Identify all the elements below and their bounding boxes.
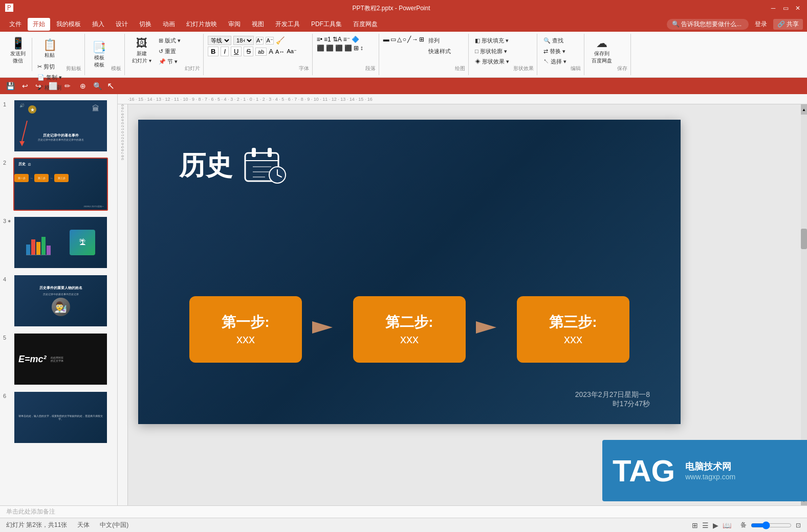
char-spacing-button[interactable]: A↔ (275, 49, 285, 55)
menu-view[interactable]: 视图 (247, 18, 269, 31)
slideshow-view-button[interactable]: ▶ (713, 521, 718, 529)
send-to-wechat-button[interactable]: 📱 发送到 微信 (7, 36, 29, 65)
slide-thumb-4[interactable]: 4 历史事件的重要人物的姓名 历史记录中的著名事件历史记录 👨‍🔬 (2, 273, 115, 328)
font-increase-button[interactable]: A⁺ (256, 37, 264, 45)
line-shape[interactable]: ╱ (407, 36, 411, 43)
notes-bar[interactable]: 单击此处添加备注 (0, 505, 807, 518)
slide-thumb-3[interactable]: 3✶ 🏝 (2, 215, 115, 270)
arrange-button[interactable]: 排列 (426, 36, 453, 46)
text-align-button[interactable]: ≡⁻ (343, 36, 350, 43)
login-button[interactable]: 登录 (755, 20, 767, 29)
slide-thumbnail-1[interactable]: 🔊 ★ 🏛 历史记录中的著名事件 历史记录中的著名事件历史记录中的著名 (13, 99, 108, 152)
scroll-up-button[interactable]: ▲ (801, 104, 807, 115)
close-button[interactable]: ✕ (794, 4, 802, 12)
font-color-button[interactable]: A (269, 48, 273, 55)
line-spacing-button[interactable]: ↕ (360, 45, 363, 52)
slide-thumbnail-6[interactable]: 请单击此处，输入您的文字，或复制您的文字粘贴到此处，需选择只保留文字。 (13, 391, 108, 444)
menu-home[interactable]: 开始 (28, 18, 50, 31)
step1-box[interactable]: 第一步: xxx (189, 296, 302, 363)
menu-devtools[interactable]: 开发工具 (270, 18, 305, 31)
font-family-select[interactable]: 等线 (208, 36, 231, 45)
replace-button[interactable]: ⇄ 替换 ▾ (541, 47, 569, 57)
underline-button[interactable]: U (231, 47, 242, 56)
font-decrease-button[interactable]: A⁻ (266, 37, 273, 45)
minimize-button[interactable]: ─ (769, 4, 777, 12)
shape-effect-button[interactable]: ◈ 形状效果 ▾ (473, 57, 511, 67)
justify-button[interactable]: ⬛ (344, 45, 352, 52)
arrow-shape[interactable]: → (412, 36, 418, 43)
case-button[interactable]: Aa⁻ (287, 48, 296, 55)
numbered-list-button[interactable]: ≡1 (324, 36, 331, 43)
template-button[interactable]: 📑 模板 模板 (89, 36, 109, 73)
slide-thumbnail-2[interactable]: 历史 🗓 第一步 → 第二步 → 第三步 2023年2月27日星期一 (13, 158, 108, 211)
rectangle-shape[interactable]: ▬ (383, 36, 389, 43)
menu-pdf[interactable]: PDF工具集 (306, 18, 347, 31)
find-button[interactable]: 🔍 查找 (541, 36, 569, 46)
section-button[interactable]: 📌 节 ▾ (157, 57, 183, 67)
slide-thumbnail-5[interactable]: E=mc² 此处用对应的正文字体 (13, 332, 108, 386)
menu-mytemplate[interactable]: 我的模板 (51, 18, 86, 31)
restore-button[interactable]: ▭ (781, 4, 790, 12)
zoom-level[interactable]: 备 (740, 521, 747, 529)
triangle-shape[interactable]: △ (397, 36, 402, 43)
redo-button[interactable]: ↪ (33, 81, 43, 91)
rounded-rect-shape[interactable]: ▭ (390, 36, 396, 43)
view-button[interactable]: ⬜ (47, 81, 59, 91)
reset-button[interactable]: ↺ 重置 (157, 47, 183, 57)
italic-button[interactable]: I (221, 47, 229, 56)
font-size-select[interactable]: 18+ (233, 36, 254, 45)
menu-file[interactable]: 文件 (4, 18, 27, 31)
outline-view-button[interactable]: ☰ (702, 521, 709, 529)
align-center-button[interactable]: ⬛ (326, 45, 334, 52)
slide-thumbnail-3[interactable]: 🏝 (13, 216, 108, 269)
circle-shape[interactable]: ○ (403, 36, 406, 43)
shape-outline-button[interactable]: □ 形状轮廓 ▾ (473, 47, 511, 57)
new-slide-button[interactable]: 🖼 新建 幻灯片 ▾ (129, 36, 155, 65)
select-button[interactable]: ↖ 选择 ▾ (541, 57, 569, 67)
save-to-baidu-button[interactable]: ☁ 保存到 百度网盘 (588, 36, 615, 65)
save-quick-button[interactable]: 💾 (4, 81, 17, 91)
shape-fill-button[interactable]: ◧ 形状填充 ▾ (473, 36, 511, 46)
presentation-button[interactable]: ✏ (62, 81, 73, 91)
align-left-button[interactable]: ⬛ (317, 45, 324, 52)
zoom-button[interactable]: ⊕ (78, 81, 88, 91)
more-shapes[interactable]: ⊞ (419, 36, 424, 43)
fit-slide-button[interactable]: ⊡ (796, 522, 801, 529)
menu-transition[interactable]: 切换 (134, 18, 157, 31)
fit-button[interactable]: 🔍 (91, 81, 104, 91)
reading-view-button[interactable]: 📖 (723, 521, 731, 529)
menu-baidu[interactable]: 百度网盘 (348, 18, 383, 31)
quick-style-button[interactable]: 快速样式 (426, 47, 453, 57)
slide-thumb-5[interactable]: 5 E=mc² 此处用对应的正文字体 (2, 331, 115, 387)
slide-canvas[interactable]: 历史 (138, 120, 681, 424)
menu-animation[interactable]: 动画 (158, 18, 180, 31)
share-button[interactable]: 🔗 共享 (773, 19, 803, 30)
cut-button[interactable]: ✂ 剪切 (35, 62, 64, 72)
scroll-thumb[interactable] (801, 229, 807, 249)
search-box[interactable]: 🔍 告诉我您想要做什么... (667, 19, 749, 30)
window-controls[interactable]: ─ ▭ ✕ (769, 4, 802, 12)
layout-button[interactable]: ⊞ 版式 ▾ (157, 36, 183, 46)
step3-box[interactable]: 第三步: xxx (517, 296, 629, 363)
zoom-slider[interactable] (751, 521, 792, 529)
bold-button[interactable]: B (208, 47, 219, 56)
strikethrough-button[interactable]: S (244, 47, 253, 56)
paste-button[interactable]: 📋 粘贴 (35, 36, 64, 61)
menu-slideshow[interactable]: 幻灯片放映 (181, 18, 222, 31)
menu-design[interactable]: 设计 (111, 18, 133, 31)
column-button[interactable]: ⊞ (354, 45, 359, 52)
align-right-button[interactable]: ⬛ (335, 45, 343, 52)
clear-format-button[interactable]: 🧹 (276, 36, 285, 45)
slide-main-title[interactable]: 历史 (179, 148, 232, 184)
shadow-button[interactable]: ab (255, 48, 267, 56)
bullet-list-button[interactable]: ≡• (317, 36, 322, 43)
slide-thumbnail-4[interactable]: 历史事件的重要人物的姓名 历史记录中的著名事件历史记录 👨‍🔬 (13, 274, 108, 327)
step2-box[interactable]: 第二步: xxx (353, 296, 466, 363)
slide-title-area[interactable]: 历史 (179, 145, 289, 186)
slide-thumb-1[interactable]: 1 🔊 ★ 🏛 历史记录中的著名事件 (2, 98, 115, 153)
text-direction-button[interactable]: ⇅A (333, 36, 342, 43)
slide-thumb-2[interactable]: 2 历史 🗓 第一步 → 第二步 → 第三步 (2, 157, 115, 212)
menu-review[interactable]: 审阅 (223, 18, 246, 31)
smartart-button[interactable]: 🔷 (352, 36, 359, 43)
normal-view-button[interactable]: ⊞ (692, 521, 698, 529)
